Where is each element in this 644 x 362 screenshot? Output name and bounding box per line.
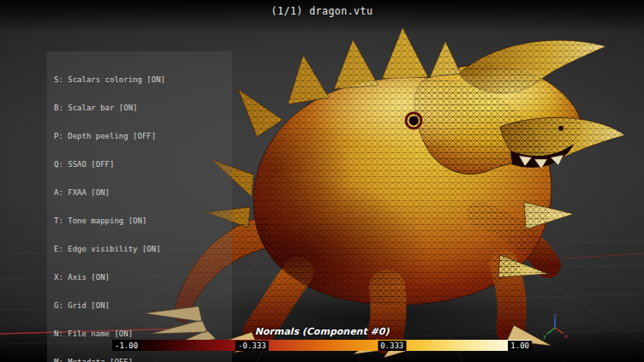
- cheat-sheet-line: Q: SSAO [OFF]: [54, 160, 225, 169]
- z-axis-label: z: [553, 312, 557, 319]
- cheat-sheet-line: B: Scalar bar [ON]: [54, 104, 225, 113]
- scalar-bar-tick: -0.333: [236, 341, 269, 351]
- wireframe-mesh-overlay: [175, 27, 625, 335]
- scalar-bar-gradient: -1.00 -0.333 0.333 1.00: [112, 340, 532, 351]
- f3d-viewer-window: (1/1) dragon.vtu S: Scalars coloring [ON…: [0, 0, 644, 362]
- floor-axis-x-line-far: [565, 253, 644, 258]
- cheat-sheet-line: S: Scalars coloring [ON]: [54, 75, 225, 85]
- dragon-nostril: [558, 126, 564, 131]
- cheat-sheet-line: G: Grid [ON]: [54, 301, 225, 311]
- cheat-sheet-line: A: FXAA [ON]: [54, 188, 225, 198]
- scalar-bar: Normals (Component #0) -1.00 -0.333 0.33…: [112, 326, 532, 351]
- file-name-text: (1/1) dragon.vtu: [0, 5, 644, 17]
- scalar-bar-title: Normals (Component #0): [112, 326, 532, 337]
- cheat-sheet-line: P: Depth peeling [OFF]: [54, 132, 225, 141]
- cheat-sheet-line: X: Axis [ON]: [54, 273, 225, 282]
- cheat-sheet-line: M: Metadata [OFF]: [54, 358, 225, 362]
- orientation-axes-widget[interactable]: z x y: [540, 312, 570, 342]
- scalar-bar-tick: -1.00: [112, 341, 140, 351]
- scalar-bar-tick: 0.333: [378, 341, 406, 351]
- x-axis-label: x: [564, 333, 568, 340]
- cheat-sheet-line: E: Edge visibility [ON]: [54, 245, 225, 254]
- cheat-sheet-panel: S: Scalars coloring [ON] B: Scalar bar […: [47, 51, 232, 362]
- cheat-sheet-line: T: Tone mapping [ON]: [54, 217, 225, 226]
- y-axis-label: y: [543, 333, 546, 340]
- scalar-bar-tick: 1.00: [508, 341, 532, 351]
